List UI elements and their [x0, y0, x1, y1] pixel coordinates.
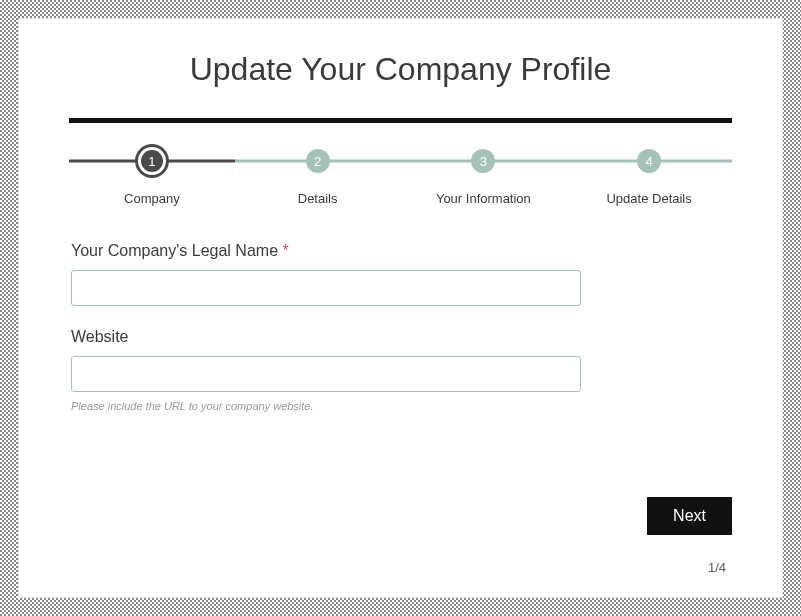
website-help-text: Please include the URL to your company w…	[71, 400, 730, 412]
stepper: 1 Company 2 Details 3 Your Information	[69, 145, 732, 206]
step-circle: 3	[471, 149, 495, 173]
website-label: Website	[71, 328, 730, 346]
page-title: Update Your Company Profile	[69, 51, 732, 88]
actions: Next	[647, 497, 732, 535]
step-label: Company	[124, 191, 180, 206]
next-button[interactable]: Next	[647, 497, 732, 535]
step-details: 2 Details	[235, 145, 401, 206]
step-circle: 4	[637, 149, 661, 173]
website-field: Website Please include the URL to your c…	[71, 328, 730, 412]
required-mark: *	[282, 242, 288, 259]
form-area: Your Company's Legal Name * Website Plea…	[69, 242, 732, 412]
step-circle: 2	[306, 149, 330, 173]
company-name-input[interactable]	[71, 270, 581, 306]
step-circle: 1	[141, 150, 163, 172]
form-panel: Update Your Company Profile 1 Company 2 …	[18, 18, 783, 598]
step-update-details: 4 Update Details	[566, 145, 732, 206]
step-company: 1 Company	[69, 145, 235, 206]
step-label: Your Information	[436, 191, 531, 206]
website-input[interactable]	[71, 356, 581, 392]
page-indicator: 1/4	[708, 560, 726, 575]
step-label: Update Details	[606, 191, 691, 206]
step-label: Details	[298, 191, 338, 206]
company-name-field: Your Company's Legal Name *	[71, 242, 730, 306]
step-your-information: 3 Your Information	[401, 145, 567, 206]
divider	[69, 118, 732, 123]
company-name-label: Your Company's Legal Name *	[71, 242, 730, 260]
